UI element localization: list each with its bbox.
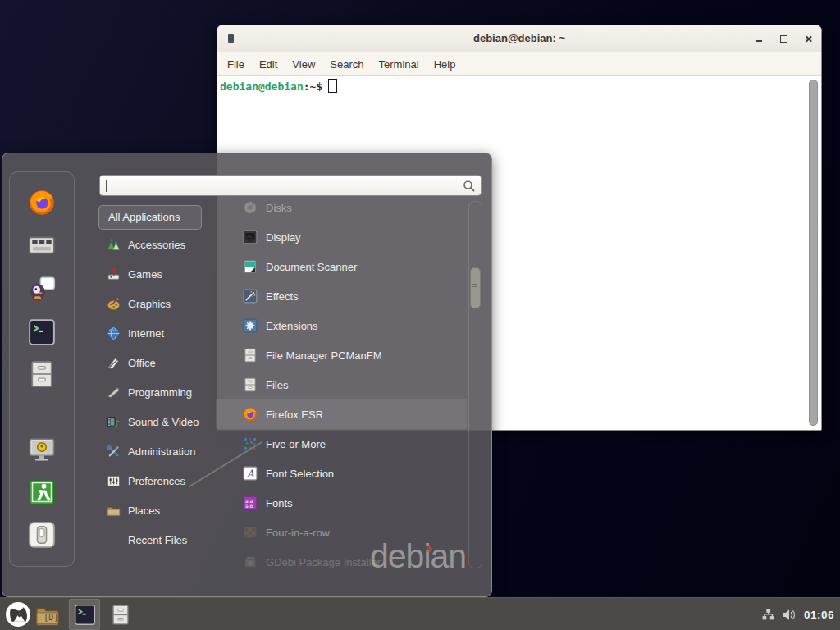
category-preferences[interactable]: Preferences	[98, 466, 217, 495]
app-files[interactable]: Files	[216, 370, 467, 399]
close-button[interactable]	[803, 34, 813, 43]
administration-icon	[107, 445, 121, 459]
network-icon[interactable]	[761, 608, 775, 622]
app-disks[interactable]: Disks	[216, 193, 467, 222]
internet-icon	[107, 326, 121, 340]
category-graphics[interactable]: Graphics	[98, 289, 217, 318]
prompt-path: :~$	[304, 80, 322, 93]
application-menu: All Applications AccessoriesGamesGraphic…	[2, 153, 492, 597]
category-sound-video[interactable]: ♪Sound & Video	[98, 407, 217, 436]
programming-icon	[107, 386, 121, 399]
file-cabinet-icon	[243, 377, 258, 392]
category-games[interactable]: Games	[98, 259, 217, 289]
favorite-screen-lock[interactable]	[28, 436, 56, 463]
svg-text:A: A	[246, 468, 255, 480]
desktop-wallpaper: debian@debian: ~ FileEditViewSearchTermi…	[0, 0, 840, 630]
app-file-manager-pcmanfm[interactable]: File Manager PCManFM	[216, 340, 467, 370]
app-fonts[interactable]: a aa αFonts	[216, 488, 467, 518]
volume-icon[interactable]	[782, 608, 797, 622]
category-label: Accessories	[128, 239, 185, 251]
gdebi-icon	[243, 555, 258, 569]
favorites-panel	[9, 171, 75, 567]
font-selection-icon: A	[243, 466, 258, 481]
category-accessories[interactable]: Accessories	[98, 230, 217, 259]
terminal-icon	[74, 604, 96, 626]
display-icon	[243, 230, 258, 244]
category-label: Preferences	[128, 475, 185, 487]
administration-icon	[107, 445, 121, 459]
menu-button[interactable]	[5, 601, 31, 628]
app-label: Document Scanner	[266, 261, 357, 273]
office-icon	[107, 356, 121, 370]
category-administration[interactable]: Administration	[98, 436, 217, 466]
programming-icon	[107, 386, 121, 399]
system-tray: 01:06	[761, 598, 834, 630]
category-list: AccessoriesGamesGraphicsInternetOfficePr…	[98, 230, 217, 555]
category-places[interactable]: Places	[98, 495, 217, 525]
terminal-button[interactable]	[69, 599, 100, 630]
favorite-power[interactable]	[28, 521, 56, 549]
terminal-cursor	[328, 79, 337, 93]
app-display[interactable]: Display	[216, 222, 467, 252]
terminal-titlebar[interactable]: debian@debian: ~	[217, 25, 821, 52]
five-or-more-icon	[243, 436, 258, 451]
favorite-terminal[interactable]	[28, 318, 56, 346]
favorite-logout[interactable]	[28, 478, 56, 506]
app-document-scanner[interactable]: Document Scanner	[216, 252, 467, 281]
chat-penguin-icon	[28, 275, 56, 303]
category-internet[interactable]: Internet	[98, 318, 217, 348]
category-recent-files[interactable]: Recent Files	[98, 525, 217, 555]
menubar-item-edit[interactable]: Edit	[252, 55, 285, 74]
app-four-in-a-row[interactable]: Four-in-a-row	[216, 518, 467, 547]
maximize-button[interactable]	[778, 34, 788, 43]
disks-icon	[243, 200, 258, 215]
fonts-icon: a aa α	[243, 495, 258, 510]
app-firefox-esr[interactable]: Firefox ESR	[216, 399, 467, 429]
category-programming[interactable]: Programming	[98, 377, 217, 407]
keyboard-icon	[28, 231, 56, 259]
app-effects[interactable]: Effects	[216, 281, 467, 311]
power-icon	[28, 521, 56, 549]
svg-text:♪: ♪	[114, 418, 120, 429]
category-label: Places	[128, 504, 160, 517]
category-label: Office	[128, 357, 156, 369]
accessories-icon	[107, 238, 121, 252]
category-office[interactable]: Office	[98, 348, 217, 377]
menu-scrollbar-track[interactable]	[468, 201, 482, 568]
menubar-item-help[interactable]: Help	[427, 55, 463, 74]
five-or-more-icon	[243, 436, 258, 451]
menubar-item-terminal[interactable]: Terminal	[372, 55, 427, 74]
app-gdebi-package-installer[interactable]: GDebi Package Installer	[216, 547, 467, 577]
menubar-item-search[interactable]: Search	[322, 55, 371, 74]
accessories-icon	[107, 238, 121, 252]
favorite-firefox[interactable]	[28, 189, 56, 217]
terminal-icon	[28, 318, 56, 346]
category-label: Internet	[128, 327, 164, 340]
firefox-icon	[28, 189, 56, 217]
favorite-file-cabinet[interactable]	[28, 360, 56, 388]
app-five-or-more[interactable]: Five or More	[216, 429, 467, 459]
menu-logo-icon	[5, 601, 31, 628]
favorite-chat-penguin[interactable]	[28, 275, 56, 303]
all-applications-button[interactable]: All Applications	[98, 205, 202, 230]
app-label: Disks	[266, 202, 292, 214]
four-in-a-row-icon	[243, 525, 258, 540]
menubar-item-view[interactable]: View	[285, 55, 322, 74]
file-manager-button[interactable]: [D]	[34, 603, 61, 628]
screen-lock-icon	[28, 436, 56, 463]
files-button[interactable]	[110, 603, 131, 627]
extensions-icon	[243, 318, 258, 333]
clock[interactable]: 01:06	[804, 609, 834, 621]
app-font-selection[interactable]: AFont Selection	[216, 459, 467, 488]
firefox-icon	[243, 407, 258, 422]
favorite-keyboard[interactable]	[28, 231, 56, 259]
menu-scrollbar-thumb[interactable]	[470, 267, 481, 308]
app-extensions[interactable]: Extensions	[216, 311, 467, 340]
category-label: Programming	[128, 386, 192, 399]
app-label: Display	[266, 231, 301, 244]
preferences-icon	[107, 474, 121, 488]
terminal-scrollbar[interactable]	[809, 80, 818, 426]
menubar-item-file[interactable]: File	[220, 55, 252, 74]
sound-video-icon: ♪	[107, 415, 121, 429]
minimize-button[interactable]	[754, 34, 764, 43]
